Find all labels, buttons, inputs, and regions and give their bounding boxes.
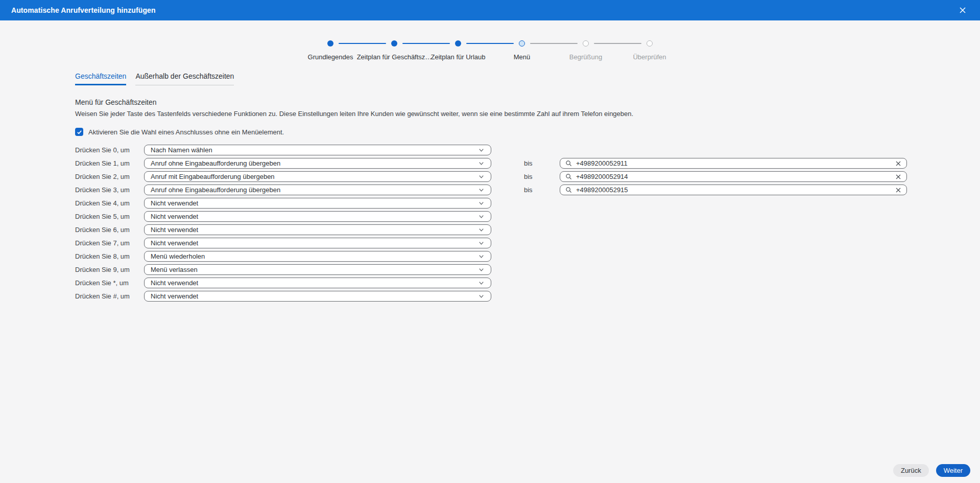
- extension-input[interactable]: [576, 173, 891, 180]
- menu-row: Drücken Sie 0, umNach Namen wählen: [75, 145, 980, 155]
- chevron-down-icon: [478, 200, 485, 206]
- search-icon: [565, 187, 572, 193]
- wizard-footer: Zurück Weiter: [893, 464, 970, 477]
- dropdown-value: Nicht verwendet: [151, 239, 198, 247]
- dropdown-value: Nicht verwendet: [151, 213, 198, 220]
- menu-row: Drücken Sie 6, umNicht verwendet: [75, 224, 980, 235]
- action-dropdown[interactable]: Nicht verwendet: [144, 224, 491, 235]
- section-description: Weisen Sie jeder Taste des Tastenfelds v…: [75, 110, 980, 118]
- checkbox-checked-icon[interactable]: [75, 128, 83, 136]
- extension-input[interactable]: [576, 186, 891, 194]
- key-label: Drücken Sie 6, um: [75, 226, 144, 234]
- step-label: Zeitplan für Geschäftsz…: [357, 53, 432, 61]
- step-dot[interactable]: [647, 40, 653, 47]
- step-dot[interactable]: [519, 40, 525, 47]
- dropdown-value: Menü verlassen: [151, 266, 198, 273]
- tab-ausserhalb-geschaeftszeiten[interactable]: Außerhalb der Geschäftszeiten: [135, 72, 234, 85]
- close-button[interactable]: [957, 4, 969, 16]
- extension-search-field[interactable]: [560, 185, 907, 195]
- action-dropdown[interactable]: Nicht verwendet: [144, 198, 491, 209]
- menu-row: Drücken Sie *, umNicht verwendet: [75, 278, 980, 288]
- extension-dialing-checkbox-row[interactable]: Aktivieren Sie die Wahl eines Anschlusse…: [75, 128, 980, 136]
- step-connector: [466, 43, 514, 44]
- menu-row: Drücken Sie 5, umNicht verwendet: [75, 211, 980, 222]
- next-button[interactable]: Weiter: [936, 464, 970, 477]
- chevron-down-icon: [478, 253, 485, 260]
- dropdown-value: Anruf ohne Eingabeaufforderung übergeben: [151, 159, 280, 167]
- key-label: Drücken Sie #, um: [75, 292, 144, 300]
- step-dot[interactable]: [455, 40, 461, 47]
- tab-bar: Geschäftszeiten Außerhalb der Geschäftsz…: [75, 72, 980, 85]
- chevron-down-icon: [478, 160, 485, 167]
- menu-row: Drücken Sie 1, umAnruf ohne Eingabeauffo…: [75, 158, 980, 169]
- key-label: Drücken Sie 9, um: [75, 266, 144, 273]
- step-label: Überprüfen: [633, 53, 666, 61]
- key-label: Drücken Sie 7, um: [75, 239, 144, 247]
- chevron-down-icon: [478, 226, 485, 233]
- checkbox-label: Aktivieren Sie die Wahl eines Anschlusse…: [88, 128, 284, 136]
- key-label: Drücken Sie 1, um: [75, 159, 144, 167]
- extension-search-field[interactable]: [560, 171, 907, 182]
- step-label: Begrüßung: [569, 53, 602, 61]
- clear-button[interactable]: [895, 174, 901, 180]
- key-label: Drücken Sie *, um: [75, 279, 144, 287]
- dropdown-value: Nicht verwendet: [151, 292, 198, 300]
- step-connector: [594, 43, 641, 44]
- action-dropdown[interactable]: Menü verlassen: [144, 264, 491, 275]
- action-dropdown[interactable]: Menü wiederholen: [144, 251, 491, 262]
- key-label: Drücken Sie 4, um: [75, 199, 144, 207]
- key-label: Drücken Sie 5, um: [75, 213, 144, 220]
- menu-row: Drücken Sie 3, umAnruf ohne Eingabeauffo…: [75, 185, 980, 195]
- step-dot[interactable]: [327, 40, 333, 47]
- dropdown-value: Anruf ohne Eingabeaufforderung übergeben: [151, 186, 280, 194]
- extension-input[interactable]: [576, 159, 891, 167]
- action-dropdown[interactable]: Anruf mit Eingabeaufforderung übergeben: [144, 171, 491, 182]
- wizard-stepper: GrundlegendesZeitplan für Geschäftsz…Zei…: [299, 40, 682, 61]
- keypad-menu-rows: Drücken Sie 0, umNach Namen wählenDrücke…: [75, 145, 980, 302]
- clear-icon: [895, 160, 901, 167]
- step-label: Grundlegendes: [308, 53, 353, 61]
- dropdown-value: Menü wiederholen: [151, 252, 205, 260]
- bis-label: bis: [524, 186, 534, 194]
- action-dropdown[interactable]: Nicht verwendet: [144, 238, 491, 248]
- menu-row: Drücken Sie 8, umMenü wiederholen: [75, 251, 980, 262]
- menu-row: Drücken Sie 4, umNicht verwendet: [75, 198, 980, 209]
- step-dot[interactable]: [583, 40, 589, 47]
- action-dropdown[interactable]: Nicht verwendet: [144, 291, 491, 302]
- dropdown-value: Nach Namen wählen: [151, 146, 212, 154]
- step-dot[interactable]: [391, 40, 397, 47]
- section-title: Menü für Geschäftszeiten: [75, 98, 980, 106]
- chevron-down-icon: [478, 293, 485, 300]
- chevron-down-icon: [478, 280, 485, 286]
- menu-row: Drücken Sie 7, umNicht verwendet: [75, 238, 980, 248]
- chevron-down-icon: [478, 266, 485, 273]
- clear-icon: [895, 174, 901, 180]
- close-icon: [959, 6, 967, 14]
- action-dropdown[interactable]: Nach Namen wählen: [144, 145, 491, 155]
- dropdown-value: Nicht verwendet: [151, 279, 198, 287]
- action-dropdown[interactable]: Anruf ohne Eingabeaufforderung übergeben: [144, 158, 491, 169]
- clear-button[interactable]: [895, 160, 901, 167]
- step-label: Menü: [514, 53, 531, 61]
- key-label: Drücken Sie 8, um: [75, 252, 144, 260]
- chevron-down-icon: [478, 173, 485, 180]
- action-dropdown[interactable]: Nicht verwendet: [144, 211, 491, 222]
- key-label: Drücken Sie 0, um: [75, 146, 144, 154]
- step-connector: [530, 43, 578, 44]
- menu-row: Drücken Sie 2, umAnruf mit Eingabeauffor…: [75, 171, 980, 182]
- tab-geschaeftszeiten[interactable]: Geschäftszeiten: [75, 72, 126, 85]
- action-dropdown[interactable]: Anruf ohne Eingabeaufforderung übergeben: [144, 185, 491, 195]
- step-connector: [339, 43, 386, 44]
- clear-button[interactable]: [895, 187, 901, 193]
- menu-row: Drücken Sie #, umNicht verwendet: [75, 291, 980, 302]
- chevron-down-icon: [478, 147, 485, 153]
- action-dropdown[interactable]: Nicht verwendet: [144, 278, 491, 288]
- bis-label: bis: [524, 159, 534, 167]
- back-button[interactable]: Zurück: [893, 464, 929, 477]
- search-icon: [565, 160, 572, 167]
- extension-search-field[interactable]: [560, 158, 907, 169]
- chevron-down-icon: [478, 187, 485, 193]
- chevron-down-icon: [478, 213, 485, 220]
- step-connector: [402, 43, 450, 44]
- search-icon: [565, 173, 572, 180]
